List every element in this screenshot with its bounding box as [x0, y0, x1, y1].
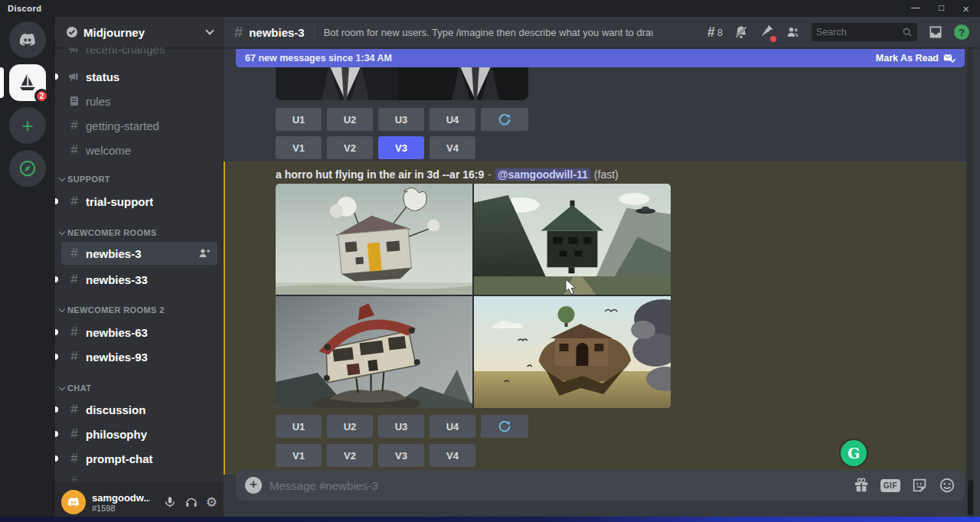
variation-button-v2[interactable]: V2 [327, 136, 373, 159]
member-list-icon[interactable] [786, 24, 801, 40]
settings-gear-icon[interactable]: ⚙ [206, 494, 217, 511]
variation-button-v3-selected[interactable]: V3 [378, 136, 424, 159]
section-support[interactable]: SUPPORT [60, 174, 110, 184]
notifications-muted-icon[interactable] [733, 24, 749, 40]
avatar[interactable] [61, 490, 86, 514]
pinned-messages-button[interactable] [760, 23, 775, 41]
reroll-button[interactable] [481, 415, 528, 438]
inbox-icon[interactable] [928, 24, 943, 40]
upscale-button-u1[interactable]: U1 [276, 108, 322, 131]
chevron-down-icon [59, 305, 65, 312]
section-chat[interactable]: CHAT [60, 383, 91, 393]
variation-button-v1[interactable]: V1 [276, 136, 322, 159]
grammarly-badge[interactable]: G [841, 440, 867, 466]
window-maximize-button[interactable]: □ [939, 2, 944, 15]
floating-island-house-image [474, 296, 671, 408]
gif-picker-button[interactable]: GIF [880, 479, 900, 492]
gift-icon[interactable] [853, 477, 870, 494]
search-icon [902, 27, 913, 38]
sidebar-item-philosophy[interactable]: philosophy [61, 423, 217, 445]
generated-image-grid [276, 184, 671, 408]
headphones-icon[interactable] [185, 495, 198, 509]
variation-button-v1[interactable]: V1 [276, 444, 322, 467]
unread-indicator [55, 406, 58, 413]
sidebar-item-newbies-93[interactable]: newbies-93 [61, 346, 217, 367]
threads-button[interactable]: # 8 [707, 24, 723, 41]
generated-image-partial[interactable] [276, 65, 528, 100]
pin-notification-dot [770, 36, 776, 42]
refresh-icon [498, 113, 511, 126]
upscale-button-u4[interactable]: U4 [430, 108, 475, 131]
invite-people-icon[interactable] [198, 247, 211, 259]
mountain-house-image [474, 184, 671, 295]
message-prompt-line: a horro hut flying in the air in 3d --ar… [276, 167, 619, 182]
attach-file-button[interactable] [245, 477, 262, 494]
window-titlebar: Discord — □ × [0, 0, 980, 17]
hash-icon [67, 272, 81, 287]
new-messages-banner[interactable]: 67 new messages since 1:34 AM Mark As Re… [236, 49, 965, 67]
upscale-button-u2[interactable]: U2 [327, 415, 373, 438]
sidebar-item-newbies-3[interactable]: newbies-3 [61, 242, 217, 265]
window-minimize-button[interactable]: — [911, 2, 920, 15]
server-header[interactable]: Midjourney [55, 17, 224, 47]
generated-image-3[interactable] [276, 296, 472, 408]
add-server-button[interactable] [9, 107, 46, 144]
emoji-picker-icon[interactable] [939, 477, 956, 494]
explore-servers-button[interactable] [9, 150, 46, 187]
server-icon-midjourney[interactable]: 2 [9, 64, 46, 101]
sticker-icon[interactable] [911, 477, 928, 494]
sidebar-item-status[interactable]: status [61, 66, 217, 87]
discord-app: Discord — □ × 2 recent-changes status [0, 0, 980, 522]
window-close-button[interactable]: × [962, 2, 969, 15]
balloon-house-image [276, 184, 472, 295]
chat-scrollbar-track[interactable] [967, 47, 974, 517]
variation-button-v4[interactable]: V4 [430, 444, 475, 467]
sidebar-item-rules[interactable]: rules [61, 90, 217, 112]
chat-main: U1 U2 U3 U4 V1 V2 V3 V4 a horro hut flyi… [224, 17, 980, 522]
unread-indicator [55, 73, 58, 80]
channel-topic[interactable]: Bot room for new users. Type /imagine th… [324, 27, 653, 38]
sidebar-item-discussion[interactable]: discussion [61, 399, 217, 420]
hash-icon [67, 451, 81, 466]
message-input[interactable] [270, 479, 845, 492]
home-button[interactable] [9, 21, 46, 58]
sidebar-item-welcome[interactable]: welcome [61, 139, 217, 161]
mark-as-read-button[interactable]: Mark As Read [876, 52, 956, 64]
user-discriminator: #1598 [92, 504, 150, 513]
taskbar-edge [0, 517, 980, 522]
section-newcomer-rooms-2[interactable]: NEWCOMER ROOMS 2 [60, 305, 165, 315]
generated-image-2[interactable] [474, 184, 671, 295]
help-button[interactable] [954, 24, 969, 40]
unread-indicator [55, 329, 58, 335]
section-newcomer-rooms[interactable]: NEWCOMER ROOMS [60, 227, 157, 238]
sidebar-item-trial-support[interactable]: trial-support [61, 191, 217, 212]
upscale-button-u3[interactable]: U3 [378, 108, 424, 131]
microphone-icon[interactable] [163, 495, 177, 509]
channel-header: # newbies-3 Bot room for new users. Type… [224, 17, 980, 47]
generated-image-4[interactable] [474, 296, 671, 408]
compass-icon [18, 158, 38, 178]
variation-button-v2[interactable]: V2 [327, 444, 373, 467]
refresh-icon [498, 419, 511, 433]
chat-scrollbar-thumb[interactable] [968, 480, 973, 515]
hash-icon [67, 402, 81, 417]
generated-image-1[interactable] [276, 184, 472, 295]
variation-button-v3[interactable]: V3 [378, 444, 424, 467]
upscale-button-u2[interactable]: U2 [327, 108, 373, 131]
search-input[interactable] [816, 27, 899, 38]
sidebar-item-prompt-chat[interactable]: prompt-chat [61, 448, 217, 469]
upscale-button-u3[interactable]: U3 [378, 415, 424, 438]
sidebar-item-getting-started[interactable]: getting-started [61, 115, 217, 136]
channel-sidebar: recent-changes status rules getting-star… [55, 17, 224, 522]
sidebar-item-newbies-63[interactable]: newbies-63 [61, 321, 217, 343]
upscale-button-u4[interactable]: U4 [430, 415, 475, 438]
hash-icon [67, 349, 81, 364]
reroll-button[interactable] [481, 108, 528, 131]
unread-indicator [55, 276, 58, 282]
variation-button-v4[interactable]: V4 [430, 136, 475, 159]
upscale-button-u1[interactable]: U1 [276, 415, 322, 438]
search-box [812, 23, 917, 41]
sidebar-item-newbies-33[interactable]: newbies-33 [61, 269, 217, 290]
user-mention[interactable]: @samgoodwill-11 [495, 168, 590, 181]
user-info[interactable]: samgoodw... #1598 [92, 492, 150, 513]
